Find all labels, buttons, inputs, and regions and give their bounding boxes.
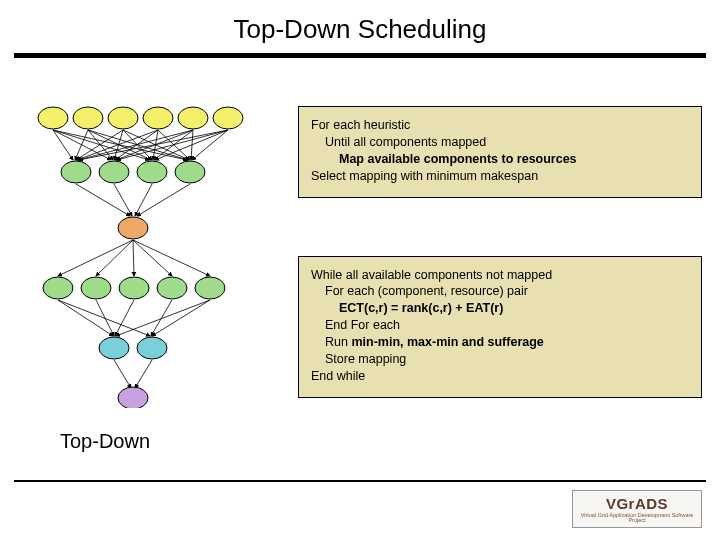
- svg-point-49: [99, 161, 129, 183]
- algo2-line6: Store mapping: [311, 351, 689, 368]
- svg-line-39: [116, 300, 210, 336]
- svg-line-28: [58, 240, 133, 276]
- algo2-line2: For each (component, resource) pair: [311, 283, 689, 300]
- svg-point-52: [118, 217, 148, 239]
- svg-point-57: [195, 277, 225, 299]
- svg-point-47: [213, 107, 243, 129]
- svg-point-46: [178, 107, 208, 129]
- svg-line-32: [133, 240, 210, 276]
- svg-point-55: [119, 277, 149, 299]
- svg-point-58: [99, 337, 129, 359]
- algorithm-column: For each heuristic Until all components …: [298, 98, 702, 408]
- svg-point-56: [157, 277, 187, 299]
- svg-point-48: [61, 161, 91, 183]
- diagram-column: [18, 98, 248, 408]
- algo2-line1: While all available components not mappe…: [311, 267, 689, 284]
- algo1-line3: Map available components to resources: [311, 151, 689, 168]
- svg-point-42: [38, 107, 68, 129]
- algo1-line4: Select mapping with minimum makespan: [311, 168, 689, 185]
- svg-line-30: [133, 240, 134, 276]
- svg-line-31: [133, 240, 172, 276]
- svg-line-37: [152, 300, 210, 336]
- svg-line-27: [137, 184, 190, 216]
- svg-line-40: [114, 360, 131, 388]
- svg-point-59: [137, 337, 167, 359]
- algorithm-box-2: While all available components not mappe…: [298, 256, 702, 398]
- algo2-line4: End For each: [311, 317, 689, 334]
- svg-line-26: [135, 184, 152, 216]
- svg-point-44: [108, 107, 138, 129]
- svg-line-25: [114, 184, 132, 216]
- svg-line-36: [151, 300, 172, 336]
- svg-point-50: [137, 161, 167, 183]
- algo1-line1: For each heuristic: [311, 117, 689, 134]
- svg-line-6: [88, 130, 151, 160]
- logo-main-text: VGrADS: [606, 495, 668, 512]
- algo2-line5-bold: min-min, max-min and sufferage: [351, 335, 543, 349]
- algo2-line3: ECT(c,r) = rank(c,r) + EAT(r): [311, 300, 689, 317]
- svg-line-24: [76, 184, 130, 216]
- svg-point-54: [81, 277, 111, 299]
- footer-divider: [14, 480, 706, 482]
- svg-point-45: [143, 107, 173, 129]
- vgrads-logo: VGrADS Virtual Grid Application Developm…: [572, 490, 702, 528]
- svg-line-4: [75, 130, 88, 160]
- algo1-line2: Until all components mapped: [311, 134, 689, 151]
- algo2-line5-prefix: Run: [325, 335, 351, 349]
- svg-point-51: [175, 161, 205, 183]
- svg-line-12: [77, 130, 158, 160]
- diagram-caption: Top-Down: [60, 430, 150, 453]
- svg-line-41: [135, 360, 152, 388]
- logo-sub-text: Virtual Grid Application Development Sof…: [573, 513, 701, 524]
- algo2-line5: Run min-min, max-min and sufferage: [311, 334, 689, 351]
- dag-diagram: [18, 98, 248, 408]
- content-area: For each heuristic Until all components …: [0, 58, 720, 408]
- svg-line-0: [53, 130, 73, 160]
- svg-line-29: [96, 240, 133, 276]
- svg-line-38: [58, 300, 150, 336]
- svg-point-53: [43, 277, 73, 299]
- svg-point-43: [73, 107, 103, 129]
- slide-title: Top-Down Scheduling: [0, 0, 720, 53]
- svg-point-60: [118, 387, 148, 408]
- algorithm-box-1: For each heuristic Until all components …: [298, 106, 702, 198]
- algo2-line7: End while: [311, 368, 689, 385]
